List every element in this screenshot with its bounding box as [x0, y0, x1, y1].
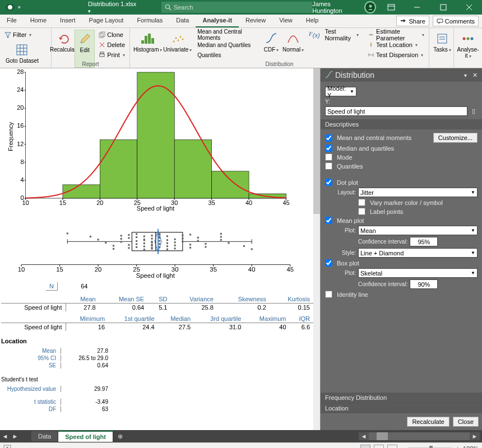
identity-check[interactable]: [325, 291, 332, 298]
svg-point-43: [467, 38, 470, 40]
filter-button[interactable]: Filter: [3, 30, 41, 40]
dotplot-check[interactable]: [325, 179, 332, 186]
zoom-in-button[interactable]: +: [456, 445, 459, 449]
ci90-field[interactable]: 90%: [410, 279, 438, 289]
vertical-scrollbar[interactable]: [313, 68, 320, 430]
dist-icon: [325, 71, 333, 79]
quantiles-button[interactable]: Quantiles: [196, 50, 257, 60]
tab-file[interactable]: File: [0, 15, 24, 27]
tab-page-layout[interactable]: Page Layout: [82, 15, 131, 27]
svg-text:35: 35: [210, 266, 217, 273]
tab-formulas[interactable]: Formulas: [130, 15, 169, 27]
boxplot-check[interactable]: [325, 259, 332, 267]
estimate-parameter-button[interactable]: Estimate Parameter: [366, 30, 426, 40]
filename[interactable]: Distribution 1.xlsx ▾: [88, 1, 139, 14]
user-name[interactable]: James Huntington: [312, 1, 360, 14]
meanplot-check[interactable]: [325, 217, 332, 224]
style-select[interactable]: Line + Diamond▼: [358, 248, 478, 258]
sheet-nav-prev[interactable]: ◄: [0, 433, 10, 440]
tab-analyse-it[interactable]: Analyse-it: [196, 15, 239, 27]
tasks-button[interactable]: Tasks: [432, 30, 452, 68]
location-header[interactable]: Location: [321, 403, 482, 413]
view-layout-button[interactable]: [374, 445, 384, 449]
ci-label-2: Confidence interval:: [358, 281, 407, 287]
share-button[interactable]: Share: [396, 16, 429, 26]
maximize-button[interactable]: [433, 0, 454, 15]
filter-icon: [4, 31, 11, 38]
test-location-button[interactable]: Test Location: [366, 40, 426, 50]
vary-check[interactable]: [358, 199, 365, 206]
analyseit-menu-button[interactable]: Analyse-it: [457, 30, 479, 68]
customize-button[interactable]: Customize...: [433, 133, 478, 143]
layout-label: Layout:: [325, 189, 356, 195]
ribbon-mode-icon[interactable]: [381, 0, 402, 15]
sheet-tab-data[interactable]: Data: [31, 431, 58, 441]
zoom-level[interactable]: 100%: [463, 445, 479, 449]
svg-text:8: 8: [20, 158, 24, 165]
freq-dist-header[interactable]: Frequency Distribution: [321, 393, 482, 403]
svg-rect-142: [182, 235, 183, 236]
delete-button[interactable]: Delete: [97, 40, 127, 50]
svg-rect-146: [189, 247, 191, 249]
search-input[interactable]: Search: [161, 2, 313, 13]
svg-rect-132: [159, 236, 160, 238]
svg-text:40: 40: [245, 199, 252, 206]
y-clear-icon[interactable]: ▯: [470, 108, 478, 115]
ci95-field[interactable]: 95%: [410, 237, 438, 246]
model-select[interactable]: Model: Y▼: [325, 87, 356, 96]
sheet-tab-speed-of-light[interactable]: Speed of light: [58, 431, 113, 442]
mean-central-moments-button[interactable]: Mean and Central Moments: [196, 30, 257, 40]
view-break-button[interactable]: [387, 445, 397, 449]
mean-cm-check[interactable]: [325, 134, 332, 142]
svg-rect-51: [212, 171, 249, 198]
panel-close-button-2[interactable]: Close: [453, 417, 479, 427]
add-sheet-button[interactable]: ⊕: [113, 431, 127, 442]
test-dispersion-button[interactable]: Test Dispersion: [366, 50, 426, 60]
panel-dropdown-icon[interactable]: ▾: [464, 72, 467, 78]
title-bar: ▾ Distribution 1.xlsx ▾ Search James Hun…: [0, 0, 482, 15]
svg-rect-147: [189, 234, 191, 235]
svg-rect-135: [166, 245, 168, 247]
tab-insert[interactable]: Insert: [53, 15, 82, 27]
sheet-nav-next[interactable]: ►: [10, 433, 20, 440]
test-normality-button[interactable]: F(x) Test Normality: [307, 30, 360, 40]
zoom-out-button[interactable]: −: [401, 445, 404, 449]
panel-recalc-button[interactable]: Recalculate: [407, 417, 449, 427]
svg-rect-110: [136, 233, 137, 235]
sheet-tab-bar: ◄ ► Data Speed of light ⊕ ◄►: [0, 430, 482, 442]
labelpts-check[interactable]: [358, 208, 365, 215]
tab-home[interactable]: Home: [24, 15, 53, 27]
horizontal-scrollbar[interactable]: ◄►: [359, 432, 480, 440]
qat-down-icon[interactable]: ▾: [18, 4, 21, 10]
svg-rect-143: [182, 237, 183, 239]
med-q-check[interactable]: [325, 144, 332, 152]
user-avatar[interactable]: [364, 1, 376, 13]
tab-view[interactable]: View: [272, 15, 299, 27]
print-button[interactable]: Print: [97, 50, 127, 60]
quantiles-check[interactable]: [325, 162, 332, 170]
close-button[interactable]: [458, 0, 480, 15]
layout-select[interactable]: Jitter▼: [358, 188, 478, 197]
median-quartiles-button[interactable]: Median and Quartiles: [196, 40, 257, 50]
tab-review[interactable]: Review: [239, 15, 272, 27]
tab-data[interactable]: Data: [169, 15, 196, 27]
mode-check[interactable]: [325, 153, 332, 161]
goto-dataset-button[interactable]: Goto Dataset: [3, 41, 41, 65]
svg-rect-128: [159, 240, 160, 242]
autosave-toggle[interactable]: [6, 4, 15, 11]
boxplot-select[interactable]: Skeletal▼: [358, 268, 478, 278]
group-distribution-label: Distribution: [130, 61, 429, 67]
tab-help[interactable]: Help: [299, 15, 326, 27]
record-macro-icon[interactable]: [3, 445, 11, 449]
panel-close-button[interactable]: ✕: [472, 72, 478, 79]
meanplot-select[interactable]: Mean▼: [358, 226, 478, 235]
minimize-button[interactable]: [406, 0, 428, 15]
svg-rect-113: [143, 242, 145, 244]
svg-rect-100: [121, 235, 122, 236]
comments-button[interactable]: Comments: [433, 16, 479, 26]
clone-button[interactable]: Clone: [97, 30, 127, 40]
svg-point-44: [471, 38, 474, 40]
worksheet[interactable]: 0481216202428 1015202530354045 Frequency…: [0, 68, 321, 430]
view-normal-button[interactable]: [360, 445, 370, 449]
y-field[interactable]: Speed of light: [325, 106, 467, 116]
